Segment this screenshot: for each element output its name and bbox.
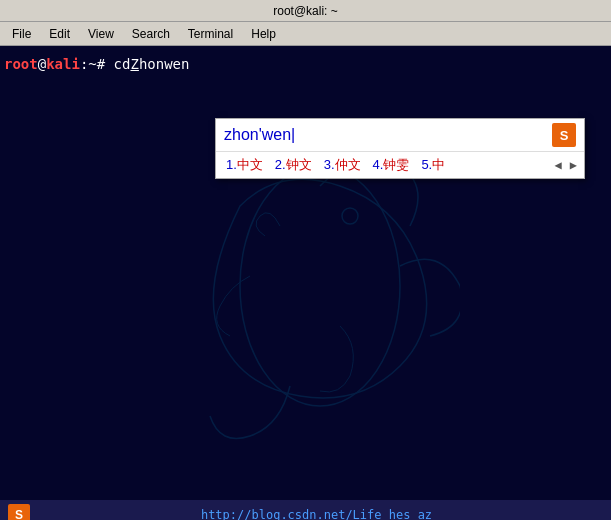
- menu-bar: File Edit View Search Terminal Help: [0, 22, 611, 46]
- prompt-host: kali: [46, 54, 80, 74]
- candidate-3[interactable]: 3.仲文: [318, 154, 367, 176]
- candidate-2[interactable]: 2.钟文: [269, 154, 318, 176]
- candidate-1[interactable]: 1.中文: [220, 154, 269, 176]
- ime-input-line: zhon'wen| S: [216, 119, 584, 152]
- svg-point-1: [342, 208, 358, 224]
- menu-help[interactable]: Help: [243, 25, 284, 43]
- ime-popup: zhon'wen| S 1.中文 2.钟文 3.仲文 4.钟雯 5.中: [215, 118, 585, 179]
- prompt-at: @: [38, 54, 46, 74]
- terminal[interactable]: root @ kali :~# cd Z honwen zhon'wen| S …: [0, 46, 611, 500]
- taskbar-url: http://blog.csdn.net/Life_hes_az: [30, 508, 603, 520]
- candidate-5[interactable]: 5.中: [415, 154, 451, 176]
- command-line: root @ kali :~# cd Z honwen: [4, 54, 189, 74]
- prompt-hash: :~#: [80, 54, 105, 74]
- command-cd: cd: [114, 54, 131, 74]
- taskbar-sogou-icon[interactable]: S: [8, 504, 30, 520]
- candidate-4[interactable]: 4.钟雯: [367, 154, 416, 176]
- ime-prev-button[interactable]: ◀: [552, 157, 565, 173]
- command-arg-rest: honwen: [139, 54, 190, 74]
- ime-candidates[interactable]: 1.中文 2.钟文 3.仲文 4.钟雯 5.中 ◀ ▶: [216, 152, 584, 178]
- title-bar: root@kali: ~: [0, 0, 611, 22]
- ime-navigation: ◀ ▶: [552, 157, 580, 173]
- menu-edit[interactable]: Edit: [41, 25, 78, 43]
- menu-terminal[interactable]: Terminal: [180, 25, 241, 43]
- taskbar: S http://blog.csdn.net/Life_hes_az: [0, 500, 611, 520]
- ime-sogou-logo: S: [552, 123, 576, 147]
- ime-next-button[interactable]: ▶: [567, 157, 580, 173]
- terminal-content: root @ kali :~# cd Z honwen: [4, 54, 189, 74]
- menu-view[interactable]: View: [80, 25, 122, 43]
- command-text: [105, 54, 113, 74]
- title-text: root@kali: ~: [273, 4, 338, 18]
- svg-point-0: [240, 166, 400, 406]
- command-arg-highlighted: Z: [130, 54, 138, 74]
- menu-search[interactable]: Search: [124, 25, 178, 43]
- prompt-user: root: [4, 54, 38, 74]
- menu-file[interactable]: File: [4, 25, 39, 43]
- ime-input-text: zhon'wen|: [224, 126, 552, 144]
